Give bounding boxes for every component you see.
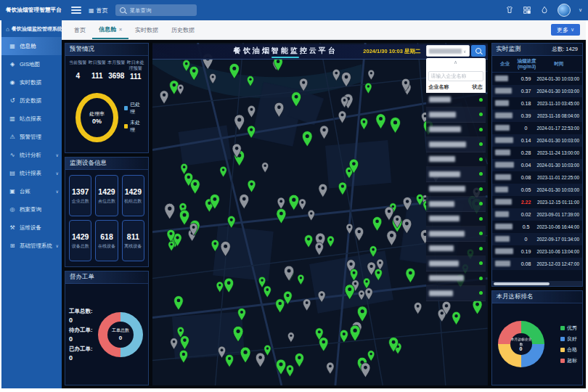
- alert-stat-label: 昨日未处理预警: [126, 60, 146, 71]
- company-name-redacted: [429, 156, 455, 162]
- table-row[interactable]: 0.282023-11-24 13:00:00: [492, 147, 582, 159]
- table-row[interactable]: 0.082023-12-03 12:47:00: [492, 258, 582, 270]
- company-search-button[interactable]: [471, 45, 486, 57]
- company-filter: [426, 66, 486, 83]
- brand-title: 餐饮油烟管理智慧平台: [6, 7, 61, 14]
- alert-stat-value: 3698: [107, 72, 126, 80]
- sidebar-item-档案查询[interactable]: ◎档案查询: [1, 200, 62, 219]
- company-list-header: 企业名称 状态: [426, 83, 486, 93]
- nav-home-tab[interactable]: ▦ 首页: [89, 7, 108, 15]
- list-item[interactable]: [426, 256, 486, 271]
- concentration-value: 0.05: [515, 187, 537, 192]
- device-stat-value: 1429: [98, 187, 115, 196]
- table-row[interactable]: 0.042024-01-30 10:03:00: [492, 159, 582, 171]
- sidebar-item-GIS地图[interactable]: ◈GIS地图: [1, 55, 62, 73]
- close-icon[interactable]: ×: [119, 27, 122, 32]
- table-row[interactable]: 0.52023-10-06 16:44:00: [492, 221, 582, 233]
- sidebar-item-历史数据[interactable]: ↺历史数据: [1, 91, 62, 110]
- ranking-center-value: 0: [520, 346, 523, 351]
- table-row[interactable]: 0.142024-01-30 10:03:00: [492, 134, 582, 147]
- sidebar-item-信息舱[interactable]: ▦信息舱: [1, 37, 62, 55]
- sidebar-system-header[interactable]: ⌂ 餐饮油烟监控管理系统 ∧: [1, 20, 62, 37]
- list-item[interactable]: [426, 271, 486, 287]
- map-canvas[interactable]: 餐饮油烟智能监控云平台 2024/1/30 10:03 星期二 ∨: [152, 43, 488, 385]
- table-row[interactable]: 2.222023-12-15 01:11:00: [492, 196, 582, 208]
- list-item[interactable]: [426, 152, 486, 168]
- device-stat-box: 1397企业总数: [69, 175, 91, 216]
- table-row[interactable]: 0.022023-09-01 17:39:00: [492, 208, 582, 221]
- sidebar-item-统计分析[interactable]: ∿统计分析∨: [1, 146, 62, 164]
- table-row[interactable]: 0.192023-10-06 13:04:00: [492, 245, 582, 258]
- tab-历史数据[interactable]: 历史数据: [165, 21, 201, 38]
- table-row[interactable]: 0.082023-11-01 22:25:00: [492, 171, 582, 184]
- collapse-toggle[interactable]: ∧: [426, 58, 486, 66]
- alert-legend: 已处理未处理: [124, 101, 142, 134]
- horizontal-scrollbar[interactable]: [492, 281, 582, 286]
- table-row[interactable]: 0.182023-11-10 03:45:00: [492, 97, 582, 110]
- company-select[interactable]: ∨: [426, 45, 470, 57]
- company-name-redacted: [495, 88, 512, 94]
- tab-信息舱[interactable]: 信息舱×: [92, 20, 128, 39]
- sidebar-item-预警管理[interactable]: ⚠预警管理: [1, 128, 62, 146]
- ranking-panel-title: 本月达标排名: [492, 291, 582, 303]
- device-stat-box: 811离线设备: [122, 220, 144, 261]
- device-stat-label: 点位总数: [98, 198, 115, 205]
- more-button[interactable]: 更多 ∨: [551, 24, 580, 36]
- table-row[interactable]: 02024-01-17 22:53:00: [492, 122, 582, 134]
- avatar[interactable]: [558, 4, 571, 17]
- alert-stat-value: 4: [68, 72, 88, 80]
- table-row[interactable]: 0.052024-01-30 10:03:00: [492, 184, 582, 196]
- list-item[interactable]: [426, 167, 486, 182]
- tab-实时数据[interactable]: 实时数据: [128, 21, 165, 38]
- legend-item: 良好: [560, 335, 577, 343]
- list-item[interactable]: [426, 197, 486, 212]
- workorder-donut-value: 0: [119, 335, 122, 341]
- list-item[interactable]: [426, 182, 486, 197]
- sidebar-item-台账[interactable]: ▣台账∨: [1, 182, 62, 200]
- theme-icon[interactable]: [505, 6, 515, 15]
- list-item[interactable]: [426, 286, 486, 301]
- table-row[interactable]: 0.592024-01-30 10:03:00: [492, 73, 582, 85]
- legend-label: 优秀: [567, 324, 577, 332]
- app-window: 餐饮油烟管理智慧平台 ▦ 首页 ∨ ⌂: [0, 0, 588, 392]
- list-item[interactable]: [426, 137, 486, 152]
- table-row[interactable]: 0.372024-01-30 10:03:00: [492, 85, 582, 97]
- company-name-redacted: [495, 187, 508, 192]
- legend-item: 未处理: [124, 119, 142, 134]
- device-stat-label: 在线设备: [98, 243, 115, 250]
- scrollbar-thumb[interactable]: [494, 282, 550, 285]
- alarm-icon: ⚠: [9, 134, 16, 140]
- sidebar-item-站点报表[interactable]: ▥站点报表: [1, 110, 62, 128]
- table-row[interactable]: 02022-09-17 01:34:00: [492, 233, 582, 245]
- realtime-table-body: 0.592024-01-30 10:03:000.372024-01-30 10…: [492, 73, 582, 281]
- company-name-input[interactable]: [428, 71, 483, 81]
- menu-toggle-icon[interactable]: [71, 7, 81, 14]
- concentration-value: 0.39: [515, 113, 537, 118]
- reading-time: 2023-10-06 13:04:00: [537, 249, 581, 254]
- company-name-redacted: [495, 150, 510, 155]
- list-item[interactable]: [426, 107, 486, 123]
- workorder-donut: 工单总数 0: [98, 312, 143, 357]
- tab-首页[interactable]: 首页: [68, 21, 92, 38]
- layout-icon[interactable]: [523, 6, 532, 15]
- workorder-panel: 督办工单 工单总数:0待办工单:0已办工单:0 工单总数 0: [65, 271, 149, 385]
- search-icon: [475, 48, 481, 54]
- list-item[interactable]: [426, 123, 486, 138]
- list-item[interactable]: [426, 212, 486, 227]
- table-row[interactable]: 0.392023-11-16 08:04:00: [492, 110, 582, 122]
- list-item[interactable]: [426, 93, 486, 108]
- list-item[interactable]: [426, 242, 486, 257]
- menu-search-input[interactable]: [128, 7, 189, 15]
- sidebar-item-统计报表[interactable]: ▤统计报表∨: [1, 164, 62, 182]
- chevron-down-icon[interactable]: ∨: [579, 7, 582, 13]
- sidebar-item-基础管理系统[interactable]: ⊞基础管理系统∨: [1, 237, 62, 255]
- menu-search[interactable]: [115, 4, 197, 16]
- sidebar-item-label: 信息舱: [20, 43, 59, 50]
- alert-stat: 本月预警3698: [107, 60, 126, 81]
- sidebar-item-实时数据[interactable]: ◉实时数据: [1, 73, 62, 91]
- ranking-legend: 优秀良好合格超标: [560, 324, 577, 364]
- flame-icon[interactable]: [540, 6, 550, 15]
- sidebar-item-运维设备[interactable]: ⚒运维设备: [1, 219, 62, 237]
- realtime-panel: 实时监测 总数: 1429 企业 油烟浓度 (mg/m3) 时间 0.59202…: [491, 43, 583, 287]
- list-item[interactable]: [426, 226, 486, 242]
